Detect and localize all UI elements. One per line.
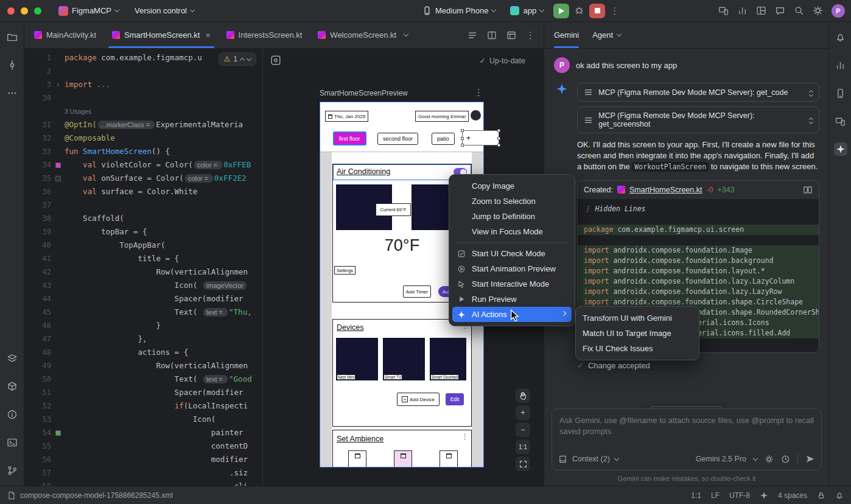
menu-item-transform-ui-with-gemini[interactable]: Transform UI with Gemini bbox=[579, 310, 696, 326]
file-encoding[interactable]: UTF-8 bbox=[729, 491, 750, 500]
indent-setting[interactable]: 4 spaces bbox=[778, 491, 807, 500]
split-view-icon[interactable] bbox=[487, 30, 497, 40]
notifications-bell-icon[interactable] bbox=[834, 30, 847, 44]
created-filename[interactable]: SmartHomeScreen.kt bbox=[629, 186, 702, 194]
layout-inspector-icon[interactable] bbox=[756, 5, 766, 16]
tab-gemini[interactable]: Gemini bbox=[554, 22, 579, 48]
floor-tab-second[interactable]: second floor bbox=[377, 133, 418, 145]
expand-collapse-icon[interactable] bbox=[810, 89, 813, 96]
build-icon[interactable] bbox=[5, 380, 19, 393]
profiler-icon[interactable] bbox=[834, 58, 847, 72]
zoom-actual-size-button[interactable]: 1:1 bbox=[516, 439, 530, 454]
project-folder-icon[interactable] bbox=[5, 30, 19, 44]
preview-mode-icon[interactable] bbox=[270, 55, 281, 66]
device-manager-icon[interactable] bbox=[834, 86, 847, 100]
more-actions-button[interactable]: ⋮ bbox=[610, 6, 619, 15]
history-clock-icon[interactable] bbox=[781, 455, 790, 464]
tab-welcomescreen[interactable]: WelcomeScreen.kt bbox=[310, 22, 415, 48]
scroll-to-bottom-button[interactable]: Scroll to bottom bbox=[647, 406, 727, 408]
resize-handle[interactable] bbox=[461, 129, 464, 132]
add-device-button[interactable]: + Add Device bbox=[397, 393, 440, 406]
menu-item-fix-ui-check-issues[interactable]: Fix UI Check Issues bbox=[579, 341, 696, 356]
notifications-bell-icon[interactable] bbox=[835, 491, 844, 500]
preview-title[interactable]: SmartHomeScreenPreview bbox=[320, 89, 408, 97]
cursor-position[interactable]: 1:1 bbox=[691, 491, 701, 500]
tool-call-card-get-screenshot[interactable]: MCP (Figma Remote Dev Mode MCP Server): … bbox=[577, 107, 819, 133]
settings-gear-icon[interactable] bbox=[813, 5, 823, 16]
next-issue-icon[interactable] bbox=[247, 55, 251, 60]
status-file-name[interactable]: compose-compose-model-1758866285245.xml bbox=[20, 491, 173, 500]
zoom-out-button[interactable]: − bbox=[516, 422, 530, 437]
tab-mainactivity[interactable]: MainActivity.kt bbox=[27, 22, 103, 48]
tool-call-card-get-code[interactable]: MCP (Figma Remote Dev Mode MCP Server): … bbox=[577, 83, 819, 102]
gemini-icon[interactable] bbox=[834, 142, 847, 156]
section-options-icon[interactable]: ⋮ bbox=[461, 433, 468, 441]
preview-options-icon[interactable]: ⋮ bbox=[474, 88, 483, 97]
zoom-to-fit-button[interactable] bbox=[516, 457, 530, 471]
tab-agent[interactable]: Agent bbox=[592, 22, 621, 48]
minimize-window-button[interactable] bbox=[21, 7, 28, 15]
menu-item-zoom-to-selection[interactable]: Zoom to Selection bbox=[452, 194, 572, 209]
running-devices-icon[interactable] bbox=[834, 114, 847, 128]
tab-interestsscreen[interactable]: InterestsScreen.kt bbox=[219, 22, 310, 48]
terminal-icon[interactable] bbox=[5, 436, 19, 449]
add-timer-button[interactable]: Add Timer bbox=[403, 285, 431, 298]
line-separator[interactable]: LF bbox=[711, 491, 720, 500]
code-view-icon[interactable] bbox=[468, 30, 477, 40]
prev-issue-icon[interactable] bbox=[240, 57, 245, 62]
menu-item-view-in-focus-mode[interactable]: View in Focus Mode bbox=[452, 224, 572, 239]
run-button[interactable] bbox=[553, 4, 569, 18]
expand-collapse-icon[interactable] bbox=[810, 116, 813, 124]
resize-handle[interactable] bbox=[497, 144, 500, 147]
resize-handle[interactable] bbox=[497, 137, 500, 140]
zoom-in-button[interactable]: + bbox=[516, 405, 530, 420]
device-selector[interactable]: Medium Phone bbox=[418, 4, 500, 18]
send-icon[interactable] bbox=[805, 454, 815, 464]
user-avatar[interactable]: P bbox=[832, 4, 845, 18]
menu-item-start-interactive-mode[interactable]: Start Interactive Mode bbox=[452, 276, 572, 292]
resize-handle[interactable] bbox=[461, 144, 464, 147]
menu-item-start-ui-check-mode[interactable]: Start UI Check Mode bbox=[452, 246, 572, 261]
resource-manager-icon[interactable] bbox=[5, 352, 19, 365]
tab-options-icon[interactable]: ⋮ bbox=[526, 30, 535, 40]
selected-element-box[interactable]: + bbox=[462, 130, 499, 145]
version-control-icon[interactable] bbox=[5, 464, 19, 477]
more-tool-windows-icon[interactable] bbox=[5, 86, 19, 100]
ambience-scene[interactable] bbox=[394, 450, 412, 467]
menu-item-copy-image[interactable]: Copy Image bbox=[452, 178, 572, 194]
pan-hand-icon[interactable] bbox=[516, 388, 530, 403]
commit-icon[interactable] bbox=[5, 58, 19, 72]
gemini-prompt-input[interactable]: Ask Gemini, use @filename to attach sour… bbox=[552, 408, 822, 471]
inspection-widget[interactable]: ⚠ 1 bbox=[219, 52, 256, 66]
project-selector[interactable]: FigmaMCP bbox=[54, 4, 124, 18]
prompt-settings-gear-icon[interactable] bbox=[765, 455, 774, 464]
settings-label[interactable]: Settings bbox=[334, 266, 355, 275]
lock-icon[interactable] bbox=[817, 491, 825, 500]
search-icon[interactable] bbox=[794, 5, 804, 16]
close-tab-icon[interactable]: × bbox=[205, 30, 210, 40]
menu-item-match-ui-to-target-image[interactable]: Match UI to Target Image bbox=[579, 326, 696, 341]
run-configuration-selector[interactable]: app bbox=[505, 4, 548, 18]
ambience-scene[interactable] bbox=[348, 450, 366, 467]
ambience-scene[interactable] bbox=[440, 450, 458, 467]
add-floor-tab[interactable]: + bbox=[466, 134, 471, 142]
zoom-window-button[interactable] bbox=[34, 7, 41, 15]
menu-item-start-animation-preview[interactable]: Start Animation Preview bbox=[452, 261, 572, 276]
device-mirroring-icon[interactable] bbox=[718, 5, 729, 16]
edit-button[interactable]: Edit bbox=[446, 393, 464, 405]
code-editor[interactable]: ⚠ 1 1package com.example.figmamcp.u23›im… bbox=[24, 49, 263, 486]
ai-sparkle-icon[interactable] bbox=[760, 491, 768, 500]
close-window-button[interactable] bbox=[7, 7, 15, 15]
floor-tab-first[interactable]: first floor bbox=[333, 131, 366, 145]
menu-item-ai-actions[interactable]: AI Actions bbox=[452, 307, 572, 322]
resize-handle[interactable] bbox=[461, 137, 464, 140]
tab-smarthomescreen[interactable]: SmartHomeScreen.kt × bbox=[105, 22, 217, 48]
problems-icon[interactable] bbox=[5, 408, 19, 421]
ai-chat-icon[interactable] bbox=[775, 5, 785, 16]
design-view-icon[interactable] bbox=[506, 30, 516, 40]
hidden-lines-row[interactable]: ⋮ Hidden Lines bbox=[578, 204, 819, 214]
menu-item-run-preview[interactable]: Run Preview bbox=[452, 292, 572, 307]
model-selector[interactable]: Gemini 2.5 Pro bbox=[696, 455, 746, 463]
hidden-tabs-chevron-icon[interactable] bbox=[404, 32, 408, 37]
profiler-icon[interactable] bbox=[737, 5, 748, 16]
